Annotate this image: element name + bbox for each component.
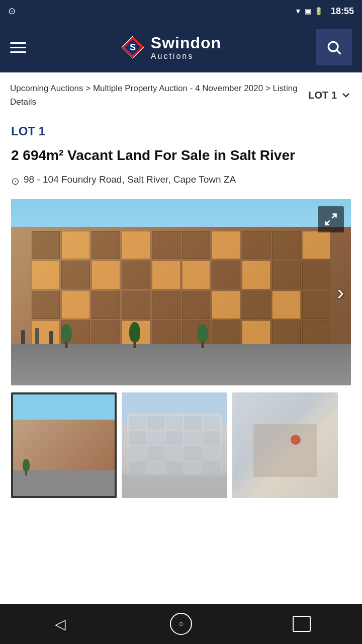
main-image-container: › bbox=[11, 199, 351, 385]
breadcrumb-sep1: > bbox=[83, 84, 93, 93]
breadcrumb-path: Upcoming Auctions > Multiple Property Au… bbox=[10, 82, 303, 109]
lot-selector[interactable]: LOT 1 bbox=[303, 89, 352, 101]
status-icons: ▼ ▣ 🔋 bbox=[295, 7, 323, 15]
svg-text:S: S bbox=[130, 42, 136, 52]
expand-button[interactable] bbox=[318, 206, 344, 232]
back-icon: ◁ bbox=[55, 616, 66, 632]
thumbnail-2[interactable] bbox=[122, 392, 227, 498]
thumbnail-3[interactable] bbox=[232, 392, 338, 498]
status-time: 18:55 bbox=[331, 6, 354, 17]
thumbnail-strip bbox=[11, 392, 351, 498]
property-title: 2 694m² Vacant Land For Sale in Salt Riv… bbox=[11, 146, 351, 165]
recents-icon bbox=[293, 616, 311, 632]
battery-icon: 🔋 bbox=[314, 7, 323, 15]
main-image bbox=[11, 199, 351, 385]
property-address: ⊙ 98 - 104 Foundry Road, Salt River, Cap… bbox=[11, 174, 351, 187]
status-bar: ⊙ ▼ ▣ 🔋 18:55 bbox=[0, 0, 362, 22]
lot-label: LOT 1 bbox=[308, 90, 337, 101]
breadcrumb-part1[interactable]: Upcoming Auctions bbox=[10, 84, 83, 93]
thumbnail-1[interactable] bbox=[11, 392, 117, 498]
navbar: S Swindon Auctions bbox=[0, 22, 362, 72]
svg-point-3 bbox=[328, 42, 338, 51]
search-button[interactable] bbox=[316, 29, 352, 65]
home-icon: ○ bbox=[170, 613, 192, 635]
recents-button[interactable] bbox=[282, 609, 322, 639]
bottom-navigation: ◁ ○ bbox=[0, 604, 362, 644]
wifi-icon: ▼ bbox=[295, 7, 302, 15]
lot-badge: LOT 1 bbox=[11, 124, 351, 138]
home-button[interactable]: ○ bbox=[161, 609, 201, 639]
breadcrumb-sep2: > bbox=[263, 84, 273, 93]
svg-line-4 bbox=[337, 50, 340, 54]
logo-area: S Swindon Auctions bbox=[121, 34, 221, 61]
expand-icon bbox=[324, 212, 338, 226]
brand-name: Swindon Auctions bbox=[151, 34, 221, 61]
menu-button[interactable] bbox=[10, 42, 26, 53]
breadcrumb: Upcoming Auctions > Multiple Property Au… bbox=[0, 72, 362, 114]
breadcrumb-part2[interactable]: Multiple Property Auction - 4 November 2… bbox=[93, 84, 263, 93]
location-icon: ⊙ bbox=[11, 175, 20, 187]
listing-content: LOT 1 2 694m² Vacant Land For Sale in Sa… bbox=[0, 114, 362, 508]
logo-icon: S bbox=[121, 35, 145, 59]
signal-icon: ▣ bbox=[305, 7, 311, 15]
back-button[interactable]: ◁ bbox=[40, 609, 80, 639]
next-image-button[interactable]: › bbox=[337, 281, 344, 303]
search-icon bbox=[326, 39, 342, 55]
address-text: 98 - 104 Foundry Road, Salt River, Cape … bbox=[24, 174, 236, 185]
app-icon: ⊙ bbox=[8, 6, 16, 17]
chevron-down-icon bbox=[340, 89, 352, 101]
